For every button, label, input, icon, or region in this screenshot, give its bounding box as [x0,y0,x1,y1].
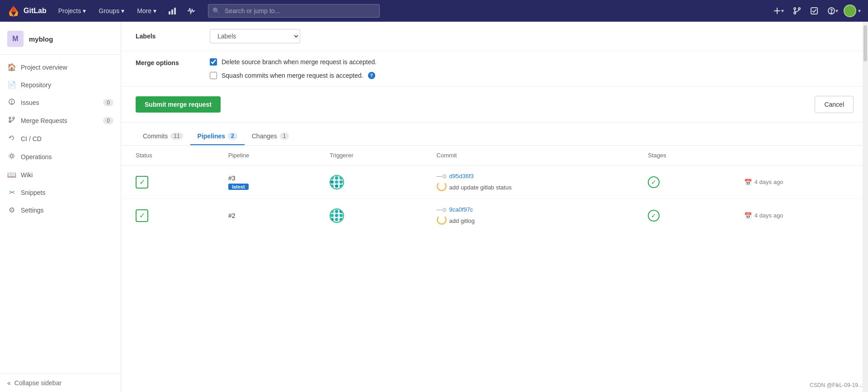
tab-commits[interactable]: Commits 11 [136,128,190,145]
svg-point-13 [794,8,796,9]
commit-spinner-icon [437,181,447,191]
new-item-btn[interactable]: ▾ [769,5,788,17]
col-triggerer: Triggerer [315,146,422,165]
svg-marker-5 [9,12,14,16]
row1-time: 📅 4 days ago [730,165,868,199]
sidebar-project: M myblog [0,22,121,55]
svg-point-22 [9,117,11,119]
pipeline-latest-badge: latest [228,184,249,190]
svg-point-18 [831,13,832,14]
activity-icon-btn[interactable] [184,5,199,17]
row2-triggerer [315,199,422,232]
squash-commits-checkbox[interactable] [210,72,217,79]
check2-row: Squash commits when merge request is acc… [210,72,377,79]
chart-icon-btn[interactable] [165,5,180,17]
col-commit: Commit [422,146,634,165]
stages-check-icon: ✓ [648,210,660,222]
svg-marker-6 [14,12,18,16]
delete-branch-label: Delete source branch when merge request … [222,58,377,66]
sidebar-item-project-overview[interactable]: 🏠 Project overview [0,58,121,76]
groups-chevron-icon: ▾ [121,7,124,14]
col-stages: Stages [633,146,729,165]
commit-hash-link[interactable]: 9ca0f97c [449,206,473,213]
topnav: GitLab Projects ▾ Groups ▾ More ▾ 🔍 ▾ ▾ [0,0,868,22]
calendar-icon: 📅 [744,179,752,186]
todo-icon-btn[interactable] [807,5,822,17]
wiki-icon: 📖 [7,170,16,179]
sidebar-item-snippets[interactable]: ✂ Snippets [0,184,121,201]
sidebar-project-avatar: M [7,31,24,47]
collapse-icon: « [7,379,11,387]
squash-help-icon[interactable]: ? [368,72,375,79]
merge-options-label: Merge options [136,58,199,66]
merge-icon [7,116,16,125]
pipelines-tab-badge: 2 [228,132,237,140]
svg-marker-7 [10,16,18,17]
table-row: ✓ #2 [121,199,868,232]
stages-check-icon: ✓ [648,176,660,188]
cancel-button[interactable]: Cancel [815,96,854,113]
search-input[interactable] [208,4,380,18]
gitlab-logo[interactable]: GitLab [7,5,47,17]
svg-rect-10 [174,8,176,14]
pipeline-table: Status Pipeline Triggerer Commit Stages … [121,146,868,232]
more-nav-btn[interactable]: More ▾ [132,5,161,16]
commit-message: add update gitlab status [449,184,512,191]
row1-status: ✓ [121,165,214,199]
search-container: 🔍 [208,4,380,18]
sidebar-item-repository[interactable]: 📄 Repository [0,76,121,94]
svg-rect-12 [774,10,780,11]
col-pipeline: Pipeline [214,146,315,165]
col-status: Status [121,146,214,165]
issues-icon [7,98,16,107]
commit-message: add gitlog [449,217,475,224]
groups-nav-btn[interactable]: Groups ▾ [94,5,129,16]
new-chevron-icon: ▾ [781,8,784,14]
cicd-icon [7,134,16,143]
tab-changes[interactable]: Changes 1 [245,128,297,145]
sidebar-item-wiki[interactable]: 📖 Wiki [0,166,121,184]
settings-icon: ⚙ [7,206,16,214]
row2-time: 📅 4 days ago [730,199,868,232]
mr-icon-btn[interactable] [789,5,805,17]
help-icon-btn[interactable]: ▾ [824,5,842,17]
scrollbar-thumb[interactable] [863,25,867,61]
user-avatar[interactable] [844,5,856,17]
sidebar-item-merge-requests[interactable]: Merge Requests 0 [0,112,121,130]
scrollbar-track[interactable] [863,22,868,392]
collapse-sidebar-btn[interactable]: « Collapse sidebar [0,373,121,392]
merge-options-row: Merge options Delete source branch when … [121,51,868,87]
chart-icon [168,7,176,15]
merge-request-icon [793,7,801,15]
triggerer-avatar [330,208,344,223]
tabs-row: Commits 11 Pipelines 2 Changes 1 [121,123,868,146]
help-icon [827,7,835,15]
calendar-icon: 📅 [744,212,752,219]
labels-select[interactable]: Labels [210,29,300,43]
submit-area: Submit merge request Cancel [121,87,868,123]
projects-nav-btn[interactable]: Projects ▾ [54,5,91,16]
sidebar-item-issues[interactable]: Issues 0 [0,94,121,112]
svg-rect-9 [171,9,173,14]
row1-triggerer [315,165,422,199]
table-row: ✓ #3 latest [121,165,868,199]
sidebar-item-ci-cd[interactable]: CI / CD [0,130,121,148]
help-chevron-icon: ▾ [835,8,838,14]
sidebar-nav: 🏠 Project overview 📄 Repository Issues 0… [0,55,121,373]
topnav-right: ▾ ▾ ▾ [769,5,861,17]
svg-point-14 [798,8,800,9]
plus-icon [773,7,781,15]
labels-row: Labels Labels [121,22,868,51]
home-icon: 🏠 [7,63,16,71]
sidebar-item-settings[interactable]: ⚙ Settings [0,201,121,219]
sidebar-project-name[interactable]: myblog [29,35,53,43]
commit-spinner-icon [437,215,447,225]
pipeline-num: #3 [228,175,301,182]
submit-merge-request-button[interactable]: Submit merge request [136,96,221,113]
commit-hash-link[interactable]: d95d36f3 [449,173,474,179]
delete-branch-checkbox[interactable] [210,58,217,66]
svg-rect-8 [169,11,170,14]
activity-icon [187,7,195,15]
sidebar-item-operations[interactable]: Operations [0,148,121,166]
tab-pipelines[interactable]: Pipelines 2 [190,128,245,145]
